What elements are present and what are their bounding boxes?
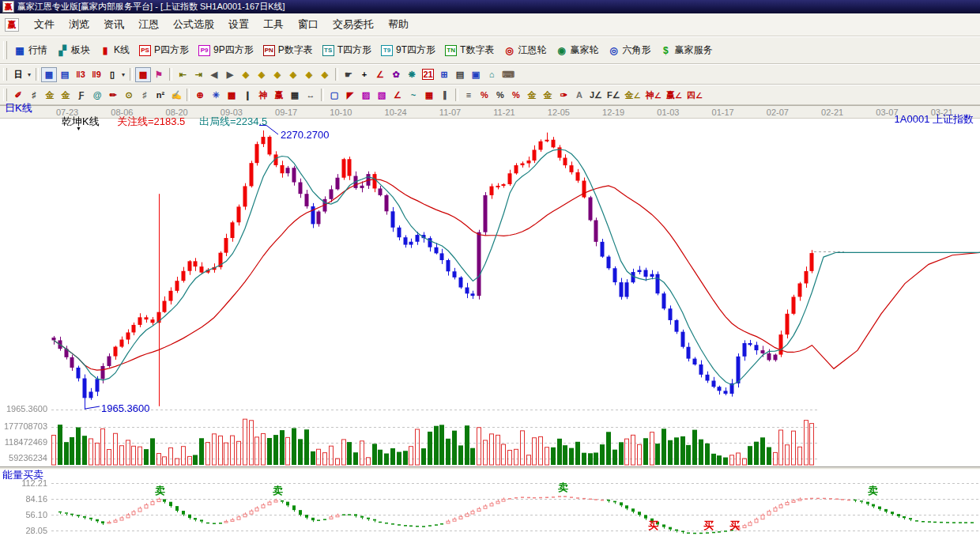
- diamond-expand-button[interactable]: ◈: [301, 67, 317, 82]
- next-button[interactable]: ▶: [222, 67, 238, 82]
- diamond-h-button[interactable]: ◈: [270, 67, 285, 82]
- zone-select-button[interactable]: ▦: [41, 67, 57, 82]
- dense-comb-button[interactable]: ♯: [137, 88, 153, 103]
- target-button[interactable]: ⊕: [192, 88, 208, 103]
- percent-button[interactable]: %: [492, 88, 508, 103]
- toolbar-grip[interactable]: [3, 41, 7, 59]
- gold-angle-button[interactable]: 金∠: [623, 88, 643, 103]
- god-grid-button[interactable]: 神: [255, 88, 271, 103]
- fan-box2-button[interactable]: ▧: [374, 88, 390, 103]
- menu-item-文件[interactable]: 文件: [27, 15, 62, 34]
- net-square-button[interactable]: ▩: [224, 88, 239, 103]
- quote-button[interactable]: ▦行情: [10, 42, 51, 59]
- comb-grid-button[interactable]: ♯: [26, 88, 42, 103]
- j-angle-button[interactable]: J∠: [587, 88, 605, 103]
- menu-item-浏览[interactable]: 浏览: [62, 15, 96, 34]
- title-bar[interactable]: 赢 赢家江恩专业版[赢家内部服务平台] - [上证指数 SH1A0001-167…: [0, 0, 980, 13]
- f-grid-button[interactable]: Ƒ: [74, 88, 89, 103]
- crosshair-button[interactable]: +: [356, 67, 372, 82]
- n2-button[interactable]: n²: [153, 88, 168, 103]
- starburst-button[interactable]: ✳: [208, 88, 224, 103]
- candle-type-button[interactable]: ▯▾: [104, 67, 127, 82]
- 9t-square-button[interactable]: T99T四方形: [377, 42, 439, 59]
- prev-button[interactable]: ◀: [206, 67, 222, 82]
- pen-lines-button[interactable]: ✍: [168, 88, 184, 103]
- fan-lines-button[interactable]: ◤: [342, 88, 358, 103]
- winner-wheel-button[interactable]: ◉赢家轮: [552, 42, 602, 59]
- save-button[interactable]: ▣: [468, 67, 484, 82]
- menu-item-江恩[interactable]: 江恩: [131, 15, 166, 34]
- a-mark-button[interactable]: A: [571, 88, 587, 103]
- gold-under-button[interactable]: 金: [540, 88, 556, 103]
- god-angle-button[interactable]: 神∠: [643, 88, 664, 103]
- diamond-compress-button[interactable]: ◈: [285, 67, 301, 82]
- pane-divider[interactable]: [0, 466, 980, 470]
- angle-lines-button[interactable]: ∠: [390, 88, 405, 103]
- nine-bars-button[interactable]: ‖9: [89, 67, 104, 82]
- f-angle-button[interactable]: F∠: [605, 88, 623, 103]
- gold-circle-button[interactable]: 金: [524, 88, 540, 103]
- period-style-button[interactable]: 日▾: [10, 67, 33, 82]
- gold-grid-button[interactable]: 金: [42, 88, 58, 103]
- menu-item-帮助[interactable]: 帮助: [381, 15, 416, 34]
- ornament-button[interactable]: ✿: [388, 67, 404, 82]
- gann-wheel-button[interactable]: ◎江恩轮: [499, 42, 550, 59]
- percent-under-button[interactable]: %: [508, 88, 524, 103]
- gold-grid2-button[interactable]: 金: [58, 88, 74, 103]
- win-grid-button[interactable]: 赢: [271, 88, 287, 103]
- parallel-button[interactable]: ∥: [437, 88, 453, 103]
- curve-fan-button[interactable]: ~: [405, 88, 421, 103]
- menu-item-公式选股[interactable]: 公式选股: [166, 15, 221, 34]
- menu-item-窗口[interactable]: 窗口: [291, 15, 326, 34]
- last-page-button[interactable]: ⇥: [190, 67, 206, 82]
- price-scale-button[interactable]: ≡: [461, 88, 477, 103]
- brush-price-button[interactable]: ✑: [556, 88, 571, 103]
- menu-item-交易委托[interactable]: 交易委托: [326, 15, 381, 34]
- menu-item-资讯[interactable]: 资讯: [96, 15, 131, 34]
- calculator-button[interactable]: ⊞: [436, 67, 452, 82]
- kline-button[interactable]: ▮K线: [96, 42, 134, 59]
- three-bars-button[interactable]: ‖3: [73, 67, 89, 82]
- grid-123-button[interactable]: ▦: [287, 88, 303, 103]
- menu-item-工具[interactable]: 工具: [256, 15, 291, 34]
- quote-mark-button[interactable]: ❙: [239, 88, 255, 103]
- p-number-button[interactable]: PNP数字表: [259, 42, 317, 59]
- menu-item-设置[interactable]: 设置: [221, 15, 256, 34]
- brush-tool-button[interactable]: ✐: [10, 88, 26, 103]
- print-button[interactable]: ⌨: [499, 67, 517, 82]
- 9p-square-button[interactable]: P99P四方形: [194, 42, 258, 59]
- diamond-full-button[interactable]: ◈: [317, 67, 333, 82]
- four-angle-button[interactable]: 四∠: [684, 88, 705, 103]
- toolbar-grip[interactable]: [3, 89, 7, 102]
- percent-line-button[interactable]: %: [477, 88, 492, 103]
- p-square-button[interactable]: PSP四方形: [135, 42, 193, 59]
- toolbar-grip[interactable]: [3, 68, 7, 81]
- f10-info-button[interactable]: ▤: [57, 67, 73, 82]
- t-number-button[interactable]: TNT数字表: [441, 42, 498, 59]
- first-page-button[interactable]: ⇤: [175, 67, 190, 82]
- width-arrow-button[interactable]: ↔: [303, 88, 318, 103]
- t-square-button[interactable]: TST四方形: [318, 42, 375, 59]
- notes-button[interactable]: ▤: [452, 67, 468, 82]
- formula-button[interactable]: ▩: [135, 67, 151, 82]
- sector-button[interactable]: ▞板块: [53, 42, 94, 59]
- spiral-button[interactable]: @: [89, 88, 105, 103]
- flag-button[interactable]: ⚑: [151, 67, 167, 82]
- square-select-button[interactable]: ▢: [326, 88, 342, 103]
- circle-ruler-button[interactable]: ⊙: [121, 88, 137, 103]
- measure-button[interactable]: ∠: [372, 67, 388, 82]
- pc-view-button[interactable]: ⌂: [484, 67, 499, 82]
- diamond-left-button[interactable]: ◈: [238, 67, 254, 82]
- triple-grid-button[interactable]: ▦: [421, 88, 437, 103]
- pane1-period-label[interactable]: 日K线: [5, 101, 32, 115]
- diamond-right-button[interactable]: ◈: [254, 67, 270, 82]
- winner-service-button[interactable]: $赢家服务: [656, 42, 716, 59]
- hand-tool-button[interactable]: ☛: [341, 67, 356, 82]
- win-angle-button[interactable]: 赢∠: [664, 88, 684, 103]
- fan-box-button[interactable]: ▨: [358, 88, 374, 103]
- kline-mode-dropdown-icon[interactable]: ▼: [76, 126, 81, 131]
- network-button[interactable]: ❋: [404, 67, 420, 82]
- calendar-button[interactable]: 21: [420, 67, 436, 82]
- brush2-button[interactable]: ✏: [105, 88, 121, 103]
- hexagon-button[interactable]: ◎六角形: [604, 42, 654, 59]
